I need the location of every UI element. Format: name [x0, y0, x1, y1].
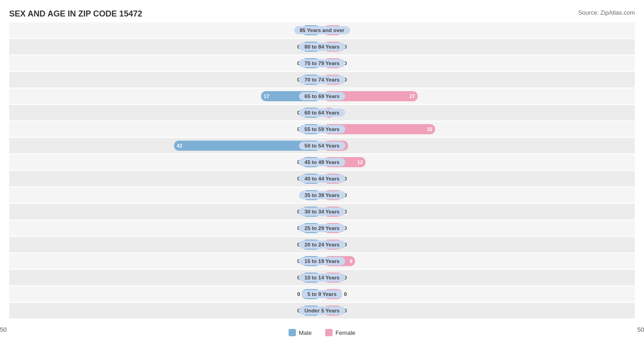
- left-section: 0: [9, 171, 322, 186]
- right-section: 27: [322, 88, 635, 104]
- chart-title: SEX AND AGE IN ZIP CODE 15472: [9, 9, 635, 19]
- left-section: 0: [9, 39, 322, 55]
- age-label: 65 to 69 Years: [299, 92, 345, 100]
- age-label: 60 to 64 Years: [299, 109, 345, 117]
- bar-row: 005 to 9 Years: [9, 286, 635, 302]
- bar-row: 0915 to 19 Years: [9, 253, 635, 269]
- female-value: 27: [409, 93, 415, 99]
- age-label: 25 to 29 Years: [299, 224, 345, 232]
- bar-row: 0010 to 14 Years: [9, 270, 635, 285]
- left-section: 0: [9, 154, 322, 170]
- age-label: 50 to 54 Years: [299, 142, 345, 150]
- bar-row: 172765 to 69 Years: [9, 88, 635, 104]
- legend-female-color: [325, 329, 333, 336]
- legend-male: Male: [289, 329, 311, 336]
- bar-row: 0085 Years and over: [9, 22, 635, 38]
- bar-row: 0030 to 34 Years: [9, 204, 635, 219]
- right-section: 0: [322, 72, 635, 87]
- right-section: 0: [322, 171, 635, 186]
- bar-row: 0360 to 64 Years: [9, 105, 635, 120]
- age-label: 35 to 39 Years: [299, 191, 345, 199]
- chart-container: SEX AND AGE IN ZIP CODE 15472 Source: Zi…: [0, 0, 644, 339]
- right-section: 3: [322, 105, 635, 120]
- right-section: 12: [322, 154, 635, 170]
- bar-row: 0020 to 24 Years: [9, 237, 635, 252]
- legend-female-label: Female: [335, 329, 355, 336]
- age-label: 20 to 24 Years: [299, 241, 345, 249]
- age-label: 45 to 49 Years: [299, 158, 345, 166]
- bar-row: 5035 to 39 Years: [9, 187, 635, 203]
- left-section: 0: [9, 220, 322, 236]
- left-section: 0: [9, 286, 322, 302]
- male-value: 42: [177, 143, 182, 148]
- legend-male-color: [289, 329, 296, 336]
- age-label: 40 to 44 Years: [299, 175, 345, 183]
- bar-row: 42750 to 54 Years: [9, 138, 635, 153]
- source-text: Source: ZipAtlas.com: [578, 9, 635, 16]
- legend-male-label: Male: [299, 329, 311, 336]
- right-section: 7: [322, 138, 635, 153]
- age-label: 10 to 14 Years: [299, 273, 345, 282]
- right-section: 0: [322, 22, 635, 38]
- left-section: 5: [9, 187, 322, 203]
- axis-label-right: 50: [638, 326, 644, 336]
- left-section: 0: [9, 253, 322, 269]
- age-label: 80 to 84 Years: [299, 43, 345, 51]
- female-value: 9: [349, 258, 352, 264]
- bar-row: 0040 to 44 Years: [9, 171, 635, 186]
- legend: Male Female: [289, 329, 355, 336]
- male-value: 17: [264, 93, 269, 99]
- female-value: 32: [427, 126, 432, 132]
- age-label: 70 to 74 Years: [299, 76, 345, 84]
- axis-row: 50 Male Female 50: [0, 326, 644, 336]
- bar-row: 0075 to 79 Years: [9, 55, 635, 71]
- left-section: 17: [9, 88, 322, 104]
- female-value: 12: [357, 159, 363, 165]
- age-label: 30 to 34 Years: [299, 208, 345, 216]
- bar-row: 0080 to 84 Years: [9, 39, 635, 55]
- right-section: 0: [322, 55, 635, 71]
- right-section: 0: [322, 187, 635, 203]
- right-section: 9: [322, 253, 635, 269]
- age-label: Under 5 Years: [299, 306, 345, 315]
- bar-row: 0025 to 29 Years: [9, 220, 635, 236]
- age-label: 85 Years and over: [294, 26, 350, 34]
- right-section: 0: [322, 220, 635, 236]
- left-section: 0: [9, 121, 322, 137]
- age-label: 5 to 9 Years: [302, 290, 342, 298]
- male-bar: 42: [174, 141, 320, 151]
- left-section: 0: [9, 55, 322, 71]
- male-value: 0: [297, 291, 300, 297]
- left-section: 0: [9, 72, 322, 87]
- right-section: 0: [322, 39, 635, 55]
- left-section: 0: [9, 22, 322, 38]
- axis-label-left: 50: [0, 326, 6, 336]
- left-section: 0: [9, 204, 322, 219]
- female-value: 0: [344, 291, 347, 297]
- age-label: 15 to 19 Years: [299, 257, 345, 265]
- bar-row: 03255 to 59 Years: [9, 121, 635, 137]
- right-section: 32: [322, 121, 635, 137]
- left-section: 0: [9, 270, 322, 285]
- right-section: 0: [322, 286, 635, 302]
- left-section: 0: [9, 105, 322, 120]
- bar-row: 01245 to 49 Years: [9, 154, 635, 170]
- legend-female: Female: [325, 329, 355, 336]
- right-section: 0: [322, 237, 635, 252]
- bar-row: 0070 to 74 Years: [9, 72, 635, 87]
- left-section: 0: [9, 237, 322, 252]
- age-label: 55 to 59 Years: [299, 125, 345, 133]
- chart-area: 0085 Years and over0080 to 84 Years0075 …: [9, 22, 635, 297]
- right-section: 0: [322, 204, 635, 219]
- bottom-area: 50 Male Female 50: [0, 316, 644, 339]
- left-section: 42: [9, 138, 322, 153]
- age-label: 75 to 79 Years: [299, 59, 345, 67]
- right-section: 0: [322, 270, 635, 285]
